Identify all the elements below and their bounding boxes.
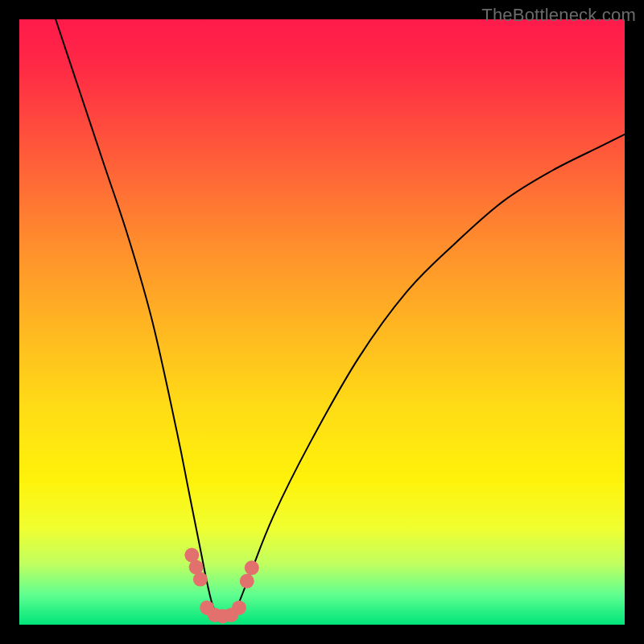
highlight-dot [245,560,259,575]
highlight-dots [184,548,258,624]
bottleneck-curve [56,19,625,618]
chart-svg [19,19,625,625]
chart-plot-area [19,19,625,625]
highlight-dot [193,572,208,587]
highlight-dot [240,574,254,588]
chart-frame: TheBottleneck.com [0,0,644,644]
highlight-dot [232,601,246,615]
watermark-text: TheBottleneck.com [481,5,636,26]
